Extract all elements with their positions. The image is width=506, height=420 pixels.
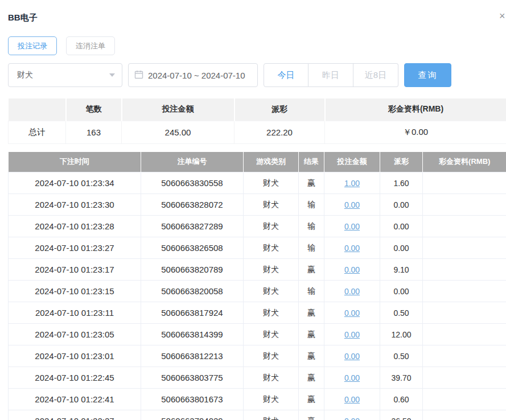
- bet-amount-link[interactable]: 0.00: [344, 200, 360, 209]
- filter-bar: 财犬 2024-07-10 ~ 2024-07-10 今日 昨日 近8日 查询: [8, 63, 506, 87]
- result-cell: 赢: [299, 302, 324, 324]
- bet-time-cell: 2024-07-10 01:22:41: [9, 389, 141, 410]
- table-row: 2024-07-10 01:22:415060663801673财犬赢0.000…: [9, 389, 506, 410]
- game-type-cell: 财犬: [244, 194, 299, 216]
- bet-time-cell: 2024-07-10 01:23:30: [9, 194, 141, 216]
- bet-amount-link[interactable]: 0.00: [344, 352, 360, 361]
- bonus-cell: [423, 237, 506, 259]
- summary-count-value: 163: [66, 121, 122, 143]
- bet-amount-link[interactable]: 0.00: [344, 395, 360, 404]
- order-id-cell: 5060663817924: [141, 302, 244, 324]
- close-icon[interactable]: ×: [499, 10, 506, 22]
- order-id-cell: 5060663814399: [141, 324, 244, 345]
- table-row: 2024-07-10 01:23:055060663814399财犬赢0.001…: [9, 324, 506, 345]
- tab-cancelled-orders[interactable]: 连消注单: [66, 36, 115, 55]
- order-id-cell: 5060663794029: [141, 410, 244, 420]
- game-type-cell: 财犬: [244, 281, 299, 302]
- result-cell: 赢: [299, 172, 324, 194]
- bet-time-cell: 2024-07-10 01:23:15: [9, 281, 141, 302]
- bet-amount-cell: 0.00: [324, 216, 380, 237]
- yesterday-button[interactable]: 昨日: [308, 63, 353, 87]
- bonus-cell: [423, 410, 506, 420]
- bet-time-cell: 2024-07-10 01:23:05: [9, 324, 141, 345]
- game-type-cell: 财犬: [244, 172, 299, 194]
- game-type-cell: 财犬: [244, 389, 299, 410]
- order-id-cell: 5060663812213: [141, 345, 244, 367]
- bet-amount-cell: 1.00: [324, 172, 380, 194]
- game-select-value: 财犬: [17, 70, 33, 80]
- tab-bar: 投注记录 连消注单: [8, 36, 506, 55]
- bet-amount-link[interactable]: 0.00: [344, 373, 360, 382]
- last8days-button[interactable]: 近8日: [353, 63, 398, 87]
- today-button[interactable]: 今日: [264, 63, 308, 87]
- order-id-cell: 5060663828072: [141, 194, 244, 216]
- bet-amount-cell: 0.00: [324, 410, 380, 420]
- summary-payout-value: 222.20: [235, 121, 325, 143]
- payout-cell: 36.50: [380, 410, 423, 420]
- bet-records-panel: BB电子 × 投注记录 连消注单 财犬 2024-07-10 ~ 2024-07…: [0, 0, 506, 420]
- header-bet-amount: 投注金额: [324, 152, 380, 172]
- bonus-cell: [423, 259, 506, 281]
- order-id-cell: 5060663830558: [141, 172, 244, 194]
- bonus-cell: [423, 324, 506, 345]
- bet-time-cell: 2024-07-10 01:22:45: [9, 367, 141, 389]
- bet-amount-cell: 0.00: [324, 259, 380, 281]
- bonus-cell: [423, 281, 506, 302]
- bet-amount-link[interactable]: 1.00: [344, 179, 360, 188]
- bet-amount-link[interactable]: 0.00: [344, 265, 360, 274]
- game-select[interactable]: 财犬: [8, 63, 122, 87]
- bet-time-cell: 2024-07-10 01:22:27: [9, 410, 141, 420]
- summary-table: 笔数 投注金额 派彩 彩金资料(RMB) 总计 163 245.00 222.2…: [8, 98, 506, 144]
- result-cell: 输: [299, 237, 324, 259]
- payout-cell: 12.00: [380, 324, 423, 345]
- game-type-cell: 财犬: [244, 302, 299, 324]
- bet-amount-link[interactable]: 0.00: [344, 222, 360, 231]
- payout-cell: 0.50: [380, 302, 423, 324]
- date-range-value: 2024-07-10 ~ 2024-07-10: [148, 71, 245, 80]
- payout-cell: 1.60: [380, 172, 423, 194]
- game-type-cell: 财犬: [244, 367, 299, 389]
- game-type-cell: 财犬: [244, 216, 299, 237]
- date-range-input[interactable]: 2024-07-10 ~ 2024-07-10: [128, 63, 258, 87]
- bet-amount-cell: 0.00: [324, 367, 380, 389]
- payout-cell: 0.00: [380, 281, 423, 302]
- game-type-cell: 财犬: [244, 410, 299, 420]
- summary-header-bonus: 彩金资料(RMB): [325, 98, 506, 121]
- game-type-cell: 财犬: [244, 259, 299, 281]
- bet-amount-link[interactable]: 0.00: [344, 330, 360, 339]
- bet-amount-link[interactable]: 0.00: [344, 417, 360, 420]
- game-type-cell: 财犬: [244, 345, 299, 367]
- order-id-cell: 5060663801673: [141, 389, 244, 410]
- bonus-cell: [423, 345, 506, 367]
- bonus-cell: [423, 216, 506, 237]
- bet-amount-link[interactable]: 0.00: [344, 287, 360, 296]
- order-id-cell: 5060663826508: [141, 237, 244, 259]
- bet-amount-link[interactable]: 0.00: [344, 244, 360, 253]
- bet-amount-cell: 0.00: [324, 302, 380, 324]
- bonus-cell: [423, 194, 506, 216]
- table-row: 2024-07-10 01:23:015060663812213财犬赢0.000…: [9, 345, 506, 367]
- table-row: 2024-07-10 01:22:275060663794029财犬赢0.003…: [9, 410, 506, 420]
- records-table: 下注时间 注单编号 游戏类别 结果 投注金额 派彩 彩金资料(RMB) 2024…: [8, 152, 506, 420]
- result-cell: 输: [299, 194, 324, 216]
- order-id-cell: 5060663820058: [141, 281, 244, 302]
- order-id-cell: 5060663803775: [141, 367, 244, 389]
- bet-time-cell: 2024-07-10 01:23:17: [9, 259, 141, 281]
- summary-header-blank: [9, 98, 66, 121]
- search-button[interactable]: 查询: [404, 63, 451, 87]
- bet-amount-link[interactable]: 0.00: [344, 308, 360, 318]
- bet-amount-cell: 0.00: [324, 237, 380, 259]
- table-row: 2024-07-10 01:23:275060663826508财犬输0.000…: [9, 237, 506, 259]
- payout-cell: 0.50: [380, 345, 423, 367]
- page-title: BB电子: [8, 13, 506, 23]
- header-result: 结果: [299, 152, 324, 172]
- result-cell: 赢: [299, 410, 324, 420]
- payout-cell: 0.00: [380, 194, 423, 216]
- summary-total-row: 总计 163 245.00 222.20 ￥0.00: [9, 121, 506, 143]
- bonus-cell: [423, 302, 506, 324]
- bet-time-cell: 2024-07-10 01:23:01: [9, 345, 141, 367]
- quick-date-button-group: 今日 昨日 近8日: [264, 63, 398, 87]
- tab-bet-records[interactable]: 投注记录: [8, 36, 57, 55]
- bet-amount-cell: 0.00: [324, 345, 380, 367]
- result-cell: 赢: [299, 324, 324, 345]
